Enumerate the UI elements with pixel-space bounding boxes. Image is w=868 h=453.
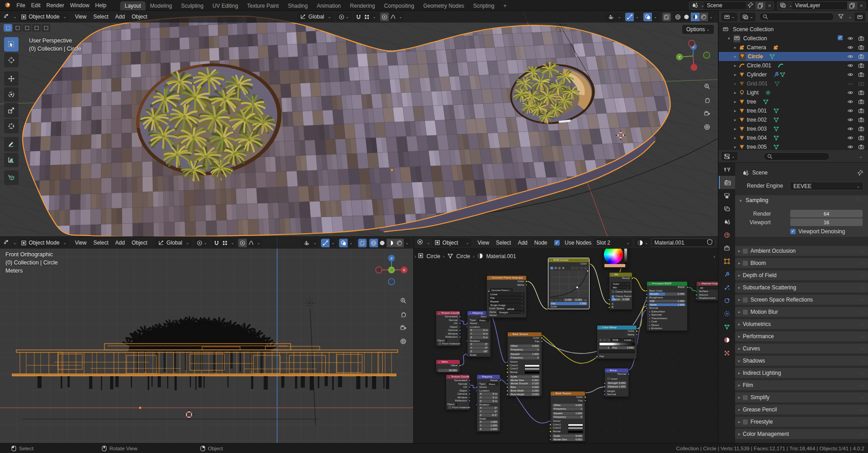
svg-text:-Y: -Y xyxy=(390,269,393,272)
svg-text:Y: Y xyxy=(678,55,681,59)
svg-text:Z: Z xyxy=(391,256,393,260)
svg-text:X: X xyxy=(403,268,406,272)
